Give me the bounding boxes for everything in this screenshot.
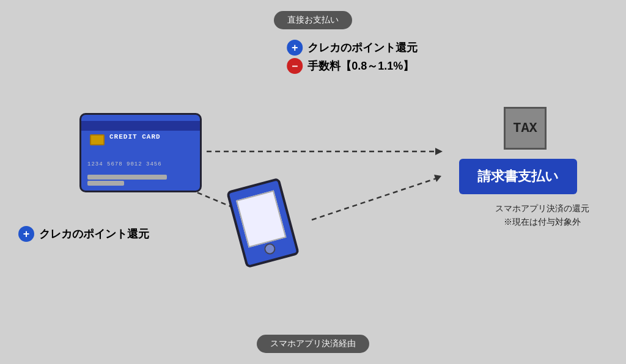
right-description: スマホアプリ決済の還元 ※現在は付与対象外 [495,202,589,229]
card-stripe [81,121,200,131]
invoice-payment-button[interactable]: 請求書支払い [459,159,577,194]
right-desc-line2: ※現在は付与対象外 [495,215,589,228]
benefit-minus-text: 手数料【0.8～1.1%】 [307,59,414,73]
card-chip [90,134,105,145]
card-number-text: 1234 5678 9012 3456 [87,161,162,167]
svg-line-4 [312,177,440,220]
card-title-text: CREDIT CARD [109,133,161,140]
phone-screen [236,191,287,248]
tax-icon: TAX [504,107,547,150]
plus-icon-2: + [18,226,34,242]
minus-icon: － [287,58,303,74]
smartphone-app-label: スマホアプリ決済経由 [257,335,369,353]
plus-icon: + [287,40,303,56]
credit-card-image: CREDIT CARD 1234 5678 9012 3456 [79,113,202,192]
smartphone-image [235,183,290,263]
top-benefits-section: + クレカのポイント還元 － 手数料【0.8～1.1%】 [287,40,418,74]
benefit-minus-row: － 手数料【0.8～1.1%】 [287,58,418,74]
card-bar [87,175,167,180]
left-benefit-section: + クレカのポイント還元 [18,226,149,242]
card-bar2 [87,181,124,186]
svg-marker-1 [435,148,443,155]
phone-button [263,242,276,255]
left-benefit-text: クレカのポイント還元 [39,227,149,241]
svg-marker-5 [434,175,441,182]
direct-payment-label: 直接お支払い [274,11,352,29]
main-container: 直接お支払い + クレカのポイント還元 － 手数料【0.8～1.1%】 CRED… [0,0,626,364]
right-desc-line1: スマホアプリ決済の還元 [495,202,589,215]
benefit-plus-text: クレカのポイント還元 [307,40,418,55]
benefit-plus-row: + クレカのポイント還元 [287,40,418,56]
